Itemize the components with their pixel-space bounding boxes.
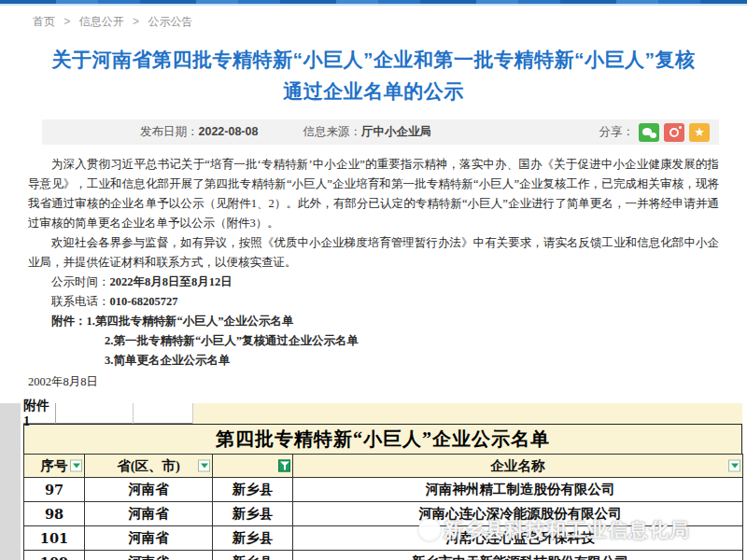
table-row: 98 河南省 新乡县 河南心连心深冷能源股份有限公司 [24,502,743,526]
article-body: 为深入贯彻习近平总书记关于“培育一批‘专精特新’中小企业”的重要指示精神，落实中… [28,155,719,392]
contact-phone-value: 010-68205727 [110,295,178,308]
attachment-line-2: 2.第一批专精特新“小巨人”复核通过企业公示名单 [28,331,719,351]
table-title: 第四批专精特新“小巨人”企业公示名单 [23,424,742,454]
table-row: 101 河南省 新乡县 河南心连心蓝色环保科技 [24,526,743,551]
cell-province: 河南省 [85,478,213,502]
publish-date-label: 发布日期： [140,125,199,138]
cell-province: 河南省 [85,502,213,526]
cell-province: 河南省 [85,551,213,560]
header-province: 省(区、市) [85,455,213,478]
share-bar: 分享： ★ [599,123,711,142]
cell-county: 新乡县 [213,526,293,551]
cell-company: 河南心连心蓝色环保科技 [293,526,743,551]
breadcrumb-separator: > [133,15,139,28]
notice-period-value: 2022年8月8日至8月12日 [110,275,233,288]
breadcrumb-current: 公示公告 [148,15,192,28]
info-source-value: 厅中小企业局 [361,125,431,138]
cell-seq: 109 [24,551,85,560]
breadcrumb-home[interactable]: 首页 [33,15,55,28]
share-weibo-icon[interactable] [664,123,684,142]
header-company-label: 企业名称 [491,458,545,473]
breadcrumb: 首页 > 信息公开 > 公示公告 [33,14,747,30]
site-nav-bar-edge [0,0,747,6]
header-company: 企业名称 [293,455,743,478]
notice-period-label: 公示时间： [51,275,110,288]
filter-dropdown-icon[interactable] [198,460,210,472]
share-favorite-icon[interactable]: ★ [689,123,710,142]
attachments-label: 附件： [51,315,87,328]
table-row: 109 河南省 新乡县 新乡市中天新能源科技股份有限公司 [24,551,743,560]
empty-cell [134,403,193,424]
contact-phone: 联系电话：010-68205727 [28,292,719,312]
sheet-area: 附件1 第四批专精特新“小巨人”企业公示名单 序号 省(区、市) 企业名称 [23,403,742,560]
paragraph: 为深入贯彻习近平总书记关于“培育一批‘专精特新’中小企业”的重要指示精神，落实中… [28,155,719,233]
attachment-line-3: 3.简单更名企业公示名单 [28,351,719,371]
page: 首页 > 信息公开 > 公示公告 关于河南省第四批专精特新“小巨人”企业和第一批… [0,0,747,560]
sheet-corner-row: 附件1 [23,403,742,424]
cell-province: 河南省 [85,526,213,551]
enterprise-table: 序号 省(区、市) 企业名称 97 河南省 新乡县 河南神州精工制造股份有限公司 [23,454,743,560]
empty-cell [56,403,134,424]
header-seq: 序号 [24,455,85,478]
article-meta-bar: 发布日期：2022-08-08 信息来源：厅中小企业局 分享： ★ [42,119,719,145]
header-seq-label: 序号 [41,458,68,473]
publish-date: 发布日期：2022-08-08 [140,124,258,140]
share-label: 分享： [599,124,635,140]
sign-date: 2002年8月8日 [28,372,719,392]
info-source-label: 信息来源： [303,125,361,138]
attachment-link-2[interactable]: 2.第一批专精特新“小巨人”复核通过企业公示名单 [105,334,359,347]
cell-county: 新乡县 [213,478,293,502]
cell-seq: 97 [24,478,85,502]
info-source: 信息来源：厅中小企业局 [303,124,431,140]
attachment-sheet: 附件1 第四批专精特新“小巨人”企业公示名单 序号 省(区、市) 企业名称 [0,403,747,560]
paragraph: 欢迎社会各界参与监督，如有异议，按照《优质中小企业梯度培育管理暂行办法》中有关要… [28,233,719,273]
attachment-line-1: 附件：1.第四批专精特新“小巨人”企业公示名单 [28,312,719,331]
attachment-link-1[interactable]: 1.第四批专精特新“小巨人”企业公示名单 [87,315,294,328]
nav-bar-highlight [0,4,747,6]
sheet-left-margin [0,403,21,560]
cell-company: 新乡市中天新能源科技股份有限公司 [293,551,743,560]
empty-cell [193,403,742,424]
contact-phone-label: 联系电话： [51,295,110,308]
header-county [213,455,293,478]
cell-seq: 98 [24,502,85,526]
breadcrumb-separator: > [63,15,70,28]
breadcrumb-info-disclosure[interactable]: 信息公开 [79,15,124,28]
article-title: 关于河南省第四批专精特新“小巨人”企业和第一批专精特新“小巨人”复核通过企业名单… [47,44,700,107]
table-header-row: 序号 省(区、市) 企业名称 [24,455,743,478]
share-wechat-icon[interactable] [639,123,659,142]
cell-county: 新乡县 [213,551,293,560]
filter-dropdown-icon[interactable] [70,460,82,472]
attachment-link-3[interactable]: 3.简单更名企业公示名单 [105,354,230,367]
cell-company: 河南神州精工制造股份有限公司 [293,478,743,502]
publish-date-value: 2022-08-08 [199,125,259,138]
filter-active-funnel-icon[interactable] [278,460,290,472]
table-row: 97 河南省 新乡县 河南神州精工制造股份有限公司 [24,478,743,502]
cell-county: 新乡县 [213,502,293,526]
attachment-number-cell: 附件1 [23,403,56,424]
header-province-label: 省(区、市) [117,458,180,473]
cell-company: 河南心连心深冷能源股份有限公司 [293,502,743,526]
public-notice-period: 公示时间：2022年8月8日至8月12日 [28,273,719,292]
filter-dropdown-icon[interactable] [728,460,740,472]
cell-seq: 101 [24,526,85,551]
